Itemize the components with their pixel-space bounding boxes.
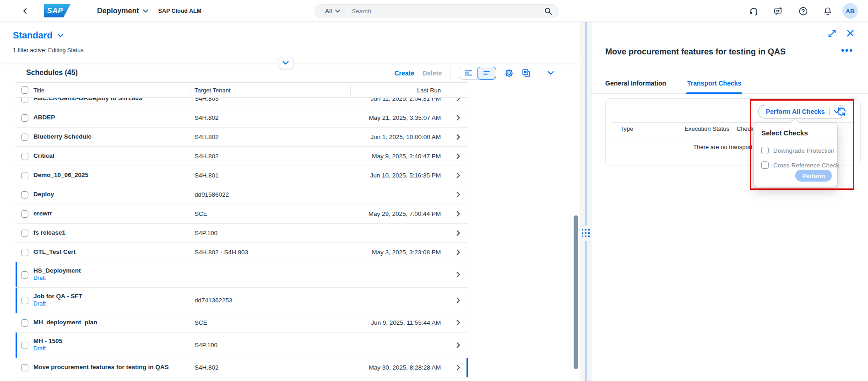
tab-general-information[interactable]: General Information [605, 73, 666, 94]
enter-fullscreen-icon[interactable] [828, 29, 836, 38]
expand-filter-bar-button[interactable] [278, 57, 293, 69]
row-checkbox[interactable] [21, 114, 28, 122]
feedback-chat-icon[interactable] [774, 6, 783, 16]
check-option-cross-reference-check[interactable]: Cross-Reference Check [761, 161, 839, 169]
chevron-right-icon[interactable] [448, 230, 468, 236]
option-checkbox[interactable] [761, 147, 769, 154]
row-checkbox[interactable] [21, 98, 28, 102]
sap-logo[interactable]: SAP [44, 4, 71, 17]
overflow-menu-button[interactable]: ••• [841, 46, 853, 55]
toolbar-overflow-chevron-icon[interactable] [548, 71, 554, 75]
row-checkbox[interactable] [21, 172, 28, 179]
chevron-right-icon[interactable] [448, 249, 468, 255]
table-row[interactable]: ABDEPS4H.802May 21, 2025, 3:35:07 AM [16, 108, 468, 128]
delete-button[interactable]: Delete [423, 70, 442, 77]
row-checkbox[interactable] [21, 297, 28, 304]
row-last-run: May 9, 2025, 2:40:47 PM [350, 153, 448, 160]
app-title: Deployment [97, 7, 139, 15]
panel-splitter[interactable] [580, 22, 591, 381]
table-row[interactable]: Move procurement features for testing in… [16, 358, 468, 377]
detail-view-toggle[interactable] [459, 67, 477, 79]
table-row[interactable]: MH - 1505DraftS4P.100 [16, 333, 468, 358]
row-target-tenant: S4P.100 [195, 342, 350, 349]
app-title-menu[interactable]: Deployment [97, 7, 148, 15]
tab-transport-checks[interactable]: Transport Checks [687, 73, 741, 94]
row-title: Move procurement features for testing in… [33, 364, 190, 371]
column-header-last-run[interactable]: Last Run [350, 87, 448, 94]
refresh-icon[interactable] [836, 107, 846, 117]
table-header-row: Title Target Tenant Last Run [16, 82, 468, 98]
support-headset-icon[interactable] [749, 6, 759, 16]
column-header-target-tenant[interactable]: Target Tenant [195, 87, 350, 94]
column-divider [449, 85, 449, 96]
condensed-view-toggle[interactable] [477, 67, 496, 80]
chevron-right-icon[interactable] [448, 365, 468, 370]
table-row[interactable]: fs release1S4P.100 [16, 224, 468, 243]
row-target-tenant: S4P.100 [195, 230, 350, 236]
popover-title: Select Checks [761, 129, 808, 137]
row-checkbox[interactable] [21, 364, 28, 371]
chevron-right-icon[interactable] [448, 192, 468, 198]
create-button[interactable]: Create [394, 70, 414, 77]
search-icon[interactable] [544, 7, 552, 15]
variant-selector[interactable]: Standard [13, 30, 64, 41]
select-all-checkbox[interactable] [21, 86, 28, 94]
table-row[interactable]: CriticalS4H.802May 9, 2025, 2:40:47 PM [16, 147, 468, 166]
chevron-right-icon[interactable] [448, 153, 468, 159]
user-avatar[interactable]: AB [842, 3, 858, 19]
row-checkbox[interactable] [21, 134, 28, 141]
chevron-right-icon[interactable] [448, 297, 468, 303]
perform-all-checks-button[interactable]: Perform All Checks [758, 105, 846, 118]
chevron-right-icon[interactable] [448, 320, 468, 326]
notifications-bell-icon[interactable] [823, 6, 832, 16]
chevron-right-icon[interactable] [448, 211, 468, 217]
chevron-right-icon[interactable] [448, 272, 468, 278]
chevron-right-icon[interactable] [448, 134, 468, 140]
table-row[interactable]: ABC.CR-Demo-DP.Deploy to S4H.803S4H.803J… [16, 98, 468, 108]
table-row[interactable]: Demo_10_06_2025S4H.801Jun 10, 2025, 5:16… [16, 166, 468, 185]
table-settings-gear-icon[interactable] [505, 69, 514, 78]
table-row[interactable]: Deploydd91586022 [16, 185, 468, 204]
row-target-tenant: S4H.803 [195, 98, 350, 102]
table-row[interactable]: HS_DeploymentDraft [16, 262, 468, 288]
table-row[interactable]: GTL_Test CertS4H.802 · S4H.803May 3, 202… [16, 243, 468, 262]
checks-column-check: Check [737, 125, 754, 132]
check-option-downgrade-protection[interactable]: Downgrade Protection [761, 147, 835, 154]
row-last-run: May 3, 2025, 3:23:08 PM [350, 249, 448, 256]
column-divider [190, 85, 190, 96]
row-checkbox[interactable] [21, 210, 28, 218]
table-row[interactable]: Job for QA - SFTDraftdd741362253 [16, 288, 468, 313]
row-checkbox[interactable] [21, 319, 28, 327]
option-checkbox[interactable] [761, 161, 769, 169]
row-checkbox[interactable] [21, 153, 28, 160]
copy-export-icon[interactable] [522, 69, 531, 77]
chevron-right-icon[interactable] [448, 98, 468, 102]
table-row[interactable]: Blueberry ScheduleS4H.802Jun 1, 2025, 10… [16, 128, 468, 147]
perform-button[interactable]: Perform [795, 170, 832, 182]
chevron-right-icon[interactable] [448, 115, 468, 121]
splitter-line [586, 22, 586, 381]
row-checkbox[interactable] [21, 271, 28, 279]
splitter-grip-icon[interactable] [581, 225, 591, 241]
row-checkbox[interactable] [21, 191, 28, 199]
back-button[interactable] [22, 8, 28, 14]
row-title: Job for QA - SFT [33, 293, 190, 300]
row-checkbox[interactable] [21, 249, 28, 256]
close-icon[interactable] [846, 29, 854, 38]
chevron-right-icon[interactable] [448, 342, 468, 348]
row-last-run: Jun 1, 2025, 10:00:00 AM [350, 134, 448, 140]
chevron-right-icon[interactable] [448, 172, 468, 178]
search-scope-select[interactable]: All [325, 8, 340, 15]
select-checks-popover: Select Checks Downgrade ProtectionCross-… [754, 123, 838, 187]
search-input[interactable] [352, 8, 544, 15]
column-header-title[interactable]: Title [33, 87, 195, 94]
row-checkbox[interactable] [21, 342, 28, 349]
chevron-down-icon [335, 10, 340, 13]
chevron-down-icon [57, 33, 64, 38]
table-row[interactable]: erewrrSCEMay 29, 2025, 7:00:44 PM [16, 204, 468, 224]
help-icon[interactable] [798, 6, 808, 16]
row-title: Critical [33, 152, 190, 160]
scrollbar-thumb[interactable] [574, 215, 578, 369]
table-row[interactable]: MH_deployment_planSCEJun 9, 2025, 11:55:… [16, 313, 468, 333]
row-checkbox[interactable] [21, 230, 28, 237]
